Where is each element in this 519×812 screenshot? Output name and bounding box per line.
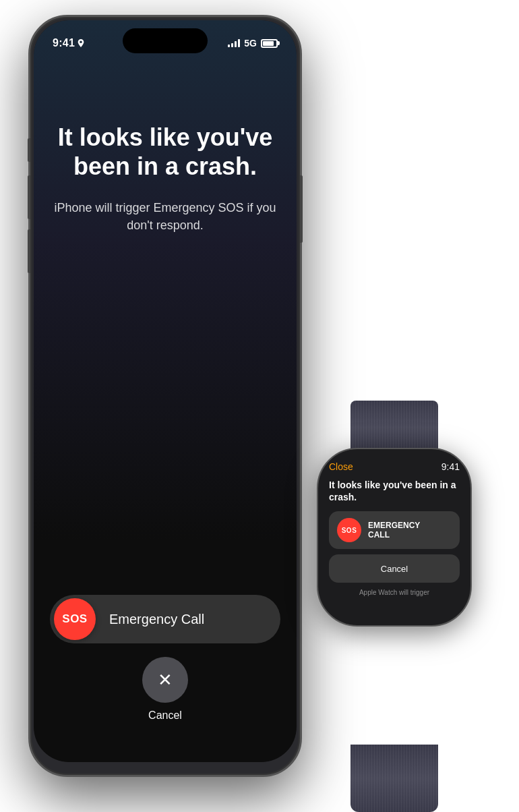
cancel-x-icon: ✕ xyxy=(158,671,173,689)
watch-digital-crown[interactable] xyxy=(470,496,472,523)
cancel-area: ✕ Cancel xyxy=(142,657,188,722)
status-time: 9:41 xyxy=(53,37,84,49)
emergency-call-label: Emergency Call xyxy=(109,612,204,627)
sos-text: SOS xyxy=(62,612,87,626)
watch-cancel-button[interactable]: Cancel xyxy=(329,554,460,583)
watch-band-bottom xyxy=(350,745,438,812)
apple-watch-device: Close 9:41 It looks like you've been in … xyxy=(290,421,499,772)
mute-button[interactable] xyxy=(28,138,30,162)
signal-bars xyxy=(228,39,240,47)
watch-close-button[interactable]: Close xyxy=(329,461,353,472)
watch-footer-text: Apple Watch will trigger xyxy=(329,588,460,597)
watch-sos-text: SOS xyxy=(342,527,357,534)
watch-emergency-call-label: EMERGENCYCALL xyxy=(368,521,420,540)
watch-time: 9:41 xyxy=(441,461,460,472)
svg-point-0 xyxy=(80,41,82,43)
watch-header: Close 9:41 xyxy=(329,461,460,472)
volume-up-button[interactable] xyxy=(28,175,30,219)
network-type: 5G xyxy=(244,38,257,49)
watch-crash-title: It looks like you've been in a crash. xyxy=(329,479,460,503)
power-button[interactable] xyxy=(300,175,303,243)
crash-subtitle: iPhone will trigger Emergency SOS if you… xyxy=(54,200,276,233)
watch-side-button[interactable] xyxy=(470,530,472,544)
watch-body: Close 9:41 It looks like you've been in … xyxy=(317,448,472,627)
watch-screen: Close 9:41 It looks like you've been in … xyxy=(318,449,470,625)
watch-band-top xyxy=(350,401,438,455)
volume-down-button[interactable] xyxy=(28,229,30,273)
iphone-screen: 9:41 5G xyxy=(34,20,297,762)
signal-bar-1 xyxy=(228,45,230,47)
iphone-bottom-area: SOS Emergency Call ✕ Cancel xyxy=(34,595,297,762)
crash-title: It looks like you've been in a crash. xyxy=(54,123,276,181)
battery-fill xyxy=(263,41,274,46)
watch-cancel-label: Cancel xyxy=(381,564,408,574)
signal-bar-4 xyxy=(238,39,240,47)
watch-sos-circle: SOS xyxy=(337,518,361,542)
signal-bar-2 xyxy=(231,43,233,47)
sos-emergency-slider[interactable]: SOS Emergency Call xyxy=(50,595,280,643)
signal-bar-3 xyxy=(235,41,237,47)
watch-sos-emergency-button[interactable]: SOS EMERGENCYCALL xyxy=(329,511,460,549)
battery-icon xyxy=(261,39,278,48)
cancel-button[interactable]: ✕ xyxy=(142,657,188,703)
cancel-label: Cancel xyxy=(148,709,182,722)
scene: 9:41 5G xyxy=(0,0,519,812)
location-icon xyxy=(78,39,84,47)
sos-circle-button[interactable]: SOS xyxy=(54,598,96,640)
iphone-content: It looks like you've been in a crash. iP… xyxy=(34,55,297,595)
status-indicators: 5G xyxy=(228,38,278,49)
dynamic-island xyxy=(123,28,208,53)
iphone-screen-container: 9:41 5G xyxy=(34,20,297,762)
